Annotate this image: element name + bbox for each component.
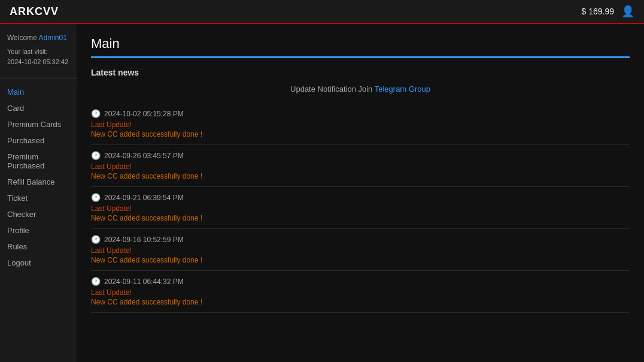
clock-icon: 🕐	[91, 193, 101, 202]
news-timestamp-text: 2024-09-26 03:45:57 PM	[104, 152, 184, 160]
news-update-text: New CC added successfully done !	[91, 172, 630, 180]
news-update-text: New CC added successfully done !	[91, 130, 630, 138]
sidebar-divider	[0, 79, 77, 79]
sidebar-item-profile[interactable]: Profile	[0, 222, 77, 239]
sidebar-last-visit: Your last visit: 2024-10-02 05:32:42	[0, 47, 77, 76]
sidebar-item-logout[interactable]: Logout	[0, 255, 77, 271]
news-update-text: New CC added successfully done !	[91, 256, 630, 264]
notification-text: Update Notification Join Telegram Group	[91, 85, 630, 93]
telegram-group-link[interactable]: Telegram Group	[375, 85, 430, 93]
news-item: 🕐2024-10-02 05:15:28 PMLast Update!New C…	[91, 103, 630, 145]
news-update-label: Last Update!	[91, 246, 630, 255]
clock-icon: 🕐	[91, 109, 101, 118]
latest-news-header: Latest news	[91, 68, 630, 77]
sidebar-item-card[interactable]: Card	[0, 100, 77, 116]
news-update-label: Last Update!	[91, 162, 630, 171]
welcome-text: Welcome	[7, 34, 37, 42]
balance-display: $ 169.99	[582, 7, 615, 16]
last-visit-label: Your last visit:	[7, 47, 69, 57]
news-item: 🕐2024-09-21 06:39:54 PMLast Update!New C…	[91, 187, 630, 229]
news-timestamp: 🕐2024-09-26 03:45:57 PM	[91, 151, 630, 160]
sidebar-welcome: Welcome Admin01	[0, 34, 77, 47]
news-timestamp-text: 2024-09-16 10:52:59 PM	[104, 236, 184, 244]
sidebar-item-purchased[interactable]: Purchased	[0, 132, 77, 149]
sidebar-item-checker[interactable]: Checker	[0, 206, 77, 222]
navbar: ARKCVV $ 169.99 👤	[0, 0, 644, 24]
sidebar-navigation: MainCardPremium CardsPurchasedPremium Pu…	[0, 84, 77, 271]
sidebar-item-main[interactable]: Main	[0, 84, 77, 100]
last-visit-date: 2024-10-02 05:32:42	[7, 57, 69, 67]
clock-icon: 🕐	[91, 277, 101, 286]
news-item: 🕐2024-09-16 10:52:59 PMLast Update!New C…	[91, 229, 630, 271]
sidebar: Welcome Admin01 Your last visit: 2024-10…	[0, 24, 77, 362]
sidebar-item-premium-purchased[interactable]: Premium Purchased	[0, 149, 77, 174]
news-list: 🕐2024-10-02 05:15:28 PMLast Update!New C…	[91, 103, 630, 313]
news-update-label: Last Update!	[91, 204, 630, 213]
news-timestamp: 🕐2024-09-11 06:44:32 PM	[91, 277, 630, 286]
news-timestamp: 🕐2024-09-21 06:39:54 PM	[91, 193, 630, 202]
news-timestamp: 🕐2024-09-16 10:52:59 PM	[91, 235, 630, 244]
user-icon[interactable]: 👤	[621, 5, 634, 18]
clock-icon: 🕐	[91, 151, 101, 160]
news-timestamp: 🕐2024-10-02 05:15:28 PM	[91, 109, 630, 118]
news-item: 🕐2024-09-26 03:45:57 PMLast Update!New C…	[91, 145, 630, 187]
sidebar-username: Admin01	[38, 34, 66, 42]
navbar-right: $ 169.99 👤	[582, 5, 635, 18]
news-item: 🕐2024-09-11 06:44:32 PMLast Update!New C…	[91, 271, 630, 313]
news-update-label: Last Update!	[91, 288, 630, 297]
sidebar-item-refill-balance[interactable]: Refill Balance	[0, 174, 77, 190]
news-timestamp-text: 2024-09-21 06:39:54 PM	[104, 194, 184, 202]
sidebar-item-premium-cards[interactable]: Premium Cards	[0, 116, 77, 132]
news-update-label: Last Update!	[91, 120, 630, 129]
sidebar-item-ticket[interactable]: Ticket	[0, 190, 77, 206]
notification-prefix: Update Notification Join	[290, 85, 372, 93]
news-timestamp-text: 2024-09-11 06:44:32 PM	[104, 277, 184, 286]
sidebar-item-rules[interactable]: Rules	[0, 239, 77, 255]
news-timestamp-text: 2024-10-02 05:15:28 PM	[104, 110, 184, 118]
news-update-text: New CC added successfully done !	[91, 298, 630, 306]
page-title: Main	[91, 36, 630, 52]
brand-logo: ARKCVV	[10, 5, 59, 18]
title-underline	[91, 56, 630, 58]
clock-icon: 🕐	[91, 235, 101, 244]
main-layout: Welcome Admin01 Your last visit: 2024-10…	[0, 24, 644, 362]
main-content-area: Main Latest news Update Notification Joi…	[77, 24, 644, 362]
news-update-text: New CC added successfully done !	[91, 214, 630, 222]
